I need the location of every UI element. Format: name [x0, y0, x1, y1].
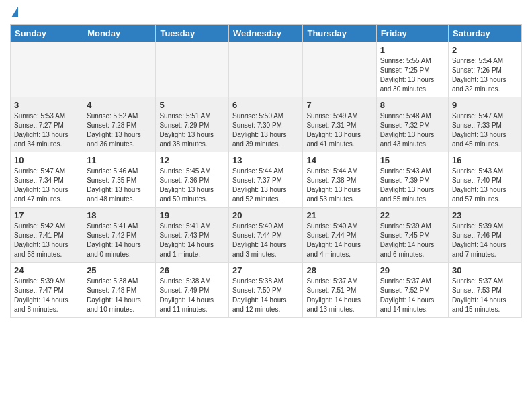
- day-info: Sunrise: 5:51 AMSunset: 7:29 PMDaylight:…: [159, 111, 225, 149]
- calendar-cell: 23Sunrise: 5:39 AMSunset: 7:46 PMDayligh…: [449, 208, 522, 263]
- day-number: 5: [159, 100, 225, 110]
- day-info: Sunrise: 5:41 AMSunset: 7:43 PMDaylight:…: [159, 222, 225, 259]
- calendar-cell: 4Sunrise: 5:52 AMSunset: 7:28 PMDaylight…: [83, 97, 156, 152]
- day-number: 10: [14, 155, 79, 165]
- calendar-week-row: 24Sunrise: 5:39 AMSunset: 7:47 PMDayligh…: [11, 263, 522, 318]
- day-info: Sunrise: 5:43 AMSunset: 7:40 PMDaylight:…: [452, 167, 518, 204]
- day-info: Sunrise: 5:39 AMSunset: 7:46 PMDaylight:…: [452, 222, 518, 259]
- calendar-cell: 15Sunrise: 5:43 AMSunset: 7:39 PMDayligh…: [376, 152, 448, 208]
- day-number: 24: [14, 265, 79, 275]
- day-number: 7: [306, 100, 372, 110]
- calendar-cell: 8Sunrise: 5:48 AMSunset: 7:32 PMDaylight…: [376, 97, 448, 152]
- day-number: 27: [232, 265, 299, 275]
- day-info: Sunrise: 5:38 AMSunset: 7:50 PMDaylight:…: [232, 277, 299, 314]
- logo: [10, 7, 18, 19]
- calendar-cell: [83, 42, 156, 97]
- day-number: 6: [232, 100, 299, 110]
- calendar-cell: 5Sunrise: 5:51 AMSunset: 7:29 PMDaylight…: [156, 97, 229, 152]
- weekday-header-friday: Friday: [376, 25, 448, 42]
- day-info: Sunrise: 5:40 AMSunset: 7:44 PMDaylight:…: [232, 222, 299, 259]
- day-number: 26: [159, 265, 225, 275]
- day-number: 29: [380, 265, 445, 275]
- calendar-cell: 27Sunrise: 5:38 AMSunset: 7:50 PMDayligh…: [229, 263, 303, 318]
- calendar-cell: 6Sunrise: 5:50 AMSunset: 7:30 PMDaylight…: [229, 97, 303, 152]
- day-number: 4: [87, 100, 152, 110]
- day-number: 18: [87, 210, 152, 220]
- day-info: Sunrise: 5:50 AMSunset: 7:30 PMDaylight:…: [232, 111, 299, 149]
- header: [10, 7, 522, 19]
- day-info: Sunrise: 5:39 AMSunset: 7:45 PMDaylight:…: [380, 222, 445, 259]
- day-info: Sunrise: 5:45 AMSunset: 7:36 PMDaylight:…: [159, 167, 225, 204]
- calendar-cell: [303, 42, 376, 97]
- day-info: Sunrise: 5:39 AMSunset: 7:47 PMDaylight:…: [14, 277, 79, 314]
- calendar-cell: 1Sunrise: 5:55 AMSunset: 7:25 PMDaylight…: [376, 42, 448, 97]
- calendar-cell: 30Sunrise: 5:37 AMSunset: 7:53 PMDayligh…: [449, 263, 522, 318]
- day-info: Sunrise: 5:38 AMSunset: 7:48 PMDaylight:…: [87, 277, 152, 314]
- day-number: 11: [87, 155, 152, 165]
- calendar-cell: 20Sunrise: 5:40 AMSunset: 7:44 PMDayligh…: [229, 208, 303, 263]
- calendar-cell: [156, 42, 229, 97]
- day-info: Sunrise: 5:37 AMSunset: 7:53 PMDaylight:…: [452, 277, 518, 314]
- calendar-cell: 10Sunrise: 5:47 AMSunset: 7:34 PMDayligh…: [11, 152, 83, 208]
- day-number: 2: [452, 45, 518, 55]
- weekday-header-tuesday: Tuesday: [156, 25, 229, 42]
- day-number: 22: [380, 210, 445, 220]
- day-info: Sunrise: 5:47 AMSunset: 7:33 PMDaylight:…: [452, 111, 518, 149]
- day-number: 8: [380, 100, 445, 110]
- calendar-cell: [11, 42, 83, 97]
- day-number: 19: [159, 210, 225, 220]
- calendar-cell: 29Sunrise: 5:37 AMSunset: 7:52 PMDayligh…: [376, 263, 448, 318]
- weekday-header-saturday: Saturday: [449, 25, 522, 42]
- day-info: Sunrise: 5:48 AMSunset: 7:32 PMDaylight:…: [380, 111, 445, 149]
- day-info: Sunrise: 5:52 AMSunset: 7:28 PMDaylight:…: [87, 111, 152, 149]
- day-info: Sunrise: 5:43 AMSunset: 7:39 PMDaylight:…: [380, 167, 445, 204]
- calendar-cell: 14Sunrise: 5:44 AMSunset: 7:38 PMDayligh…: [303, 152, 376, 208]
- day-number: 17: [14, 210, 79, 220]
- calendar-cell: [229, 42, 303, 97]
- calendar-cell: 2Sunrise: 5:54 AMSunset: 7:26 PMDaylight…: [449, 42, 522, 97]
- calendar-cell: 22Sunrise: 5:39 AMSunset: 7:45 PMDayligh…: [376, 208, 448, 263]
- calendar-cell: 18Sunrise: 5:41 AMSunset: 7:42 PMDayligh…: [83, 208, 156, 263]
- calendar-cell: 3Sunrise: 5:53 AMSunset: 7:27 PMDaylight…: [11, 97, 83, 152]
- calendar-cell: 25Sunrise: 5:38 AMSunset: 7:48 PMDayligh…: [83, 263, 156, 318]
- calendar-cell: 17Sunrise: 5:42 AMSunset: 7:41 PMDayligh…: [11, 208, 83, 263]
- calendar-cell: 19Sunrise: 5:41 AMSunset: 7:43 PMDayligh…: [156, 208, 229, 263]
- day-number: 16: [452, 155, 518, 165]
- day-info: Sunrise: 5:44 AMSunset: 7:38 PMDaylight:…: [306, 167, 372, 204]
- calendar-cell: 13Sunrise: 5:44 AMSunset: 7:37 PMDayligh…: [229, 152, 303, 208]
- day-info: Sunrise: 5:44 AMSunset: 7:37 PMDaylight:…: [232, 167, 299, 204]
- day-number: 12: [159, 155, 225, 165]
- calendar-cell: 12Sunrise: 5:45 AMSunset: 7:36 PMDayligh…: [156, 152, 229, 208]
- day-info: Sunrise: 5:37 AMSunset: 7:52 PMDaylight:…: [380, 277, 445, 314]
- calendar-cell: 26Sunrise: 5:38 AMSunset: 7:49 PMDayligh…: [156, 263, 229, 318]
- calendar-week-row: 3Sunrise: 5:53 AMSunset: 7:27 PMDaylight…: [11, 97, 522, 152]
- calendar-cell: 28Sunrise: 5:37 AMSunset: 7:51 PMDayligh…: [303, 263, 376, 318]
- day-info: Sunrise: 5:46 AMSunset: 7:35 PMDaylight:…: [87, 167, 152, 204]
- day-info: Sunrise: 5:42 AMSunset: 7:41 PMDaylight:…: [14, 222, 79, 259]
- day-info: Sunrise: 5:55 AMSunset: 7:25 PMDaylight:…: [380, 56, 445, 94]
- day-info: Sunrise: 5:41 AMSunset: 7:42 PMDaylight:…: [87, 222, 152, 259]
- day-info: Sunrise: 5:49 AMSunset: 7:31 PMDaylight:…: [306, 111, 372, 149]
- calendar-cell: 21Sunrise: 5:40 AMSunset: 7:44 PMDayligh…: [303, 208, 376, 263]
- day-number: 25: [87, 265, 152, 275]
- day-info: Sunrise: 5:47 AMSunset: 7:34 PMDaylight:…: [14, 167, 79, 204]
- page: SundayMondayTuesdayWednesdayThursdayFrid…: [0, 0, 532, 324]
- calendar-cell: 16Sunrise: 5:43 AMSunset: 7:40 PMDayligh…: [449, 152, 522, 208]
- day-number: 30: [452, 265, 518, 275]
- calendar-header-row: SundayMondayTuesdayWednesdayThursdayFrid…: [11, 25, 522, 42]
- weekday-header-wednesday: Wednesday: [229, 25, 303, 42]
- day-info: Sunrise: 5:54 AMSunset: 7:26 PMDaylight:…: [452, 56, 518, 94]
- calendar: SundayMondayTuesdayWednesdayThursdayFrid…: [10, 24, 522, 318]
- calendar-cell: 24Sunrise: 5:39 AMSunset: 7:47 PMDayligh…: [11, 263, 83, 318]
- logo-triangle-icon: [11, 7, 18, 17]
- day-number: 9: [452, 100, 518, 110]
- day-number: 28: [306, 265, 372, 275]
- day-info: Sunrise: 5:38 AMSunset: 7:49 PMDaylight:…: [159, 277, 225, 314]
- day-info: Sunrise: 5:37 AMSunset: 7:51 PMDaylight:…: [306, 277, 372, 314]
- day-number: 21: [306, 210, 372, 220]
- weekday-header-sunday: Sunday: [11, 25, 83, 42]
- calendar-cell: 11Sunrise: 5:46 AMSunset: 7:35 PMDayligh…: [83, 152, 156, 208]
- calendar-week-row: 1Sunrise: 5:55 AMSunset: 7:25 PMDaylight…: [11, 42, 522, 97]
- weekday-header-thursday: Thursday: [303, 25, 376, 42]
- calendar-week-row: 10Sunrise: 5:47 AMSunset: 7:34 PMDayligh…: [11, 152, 522, 208]
